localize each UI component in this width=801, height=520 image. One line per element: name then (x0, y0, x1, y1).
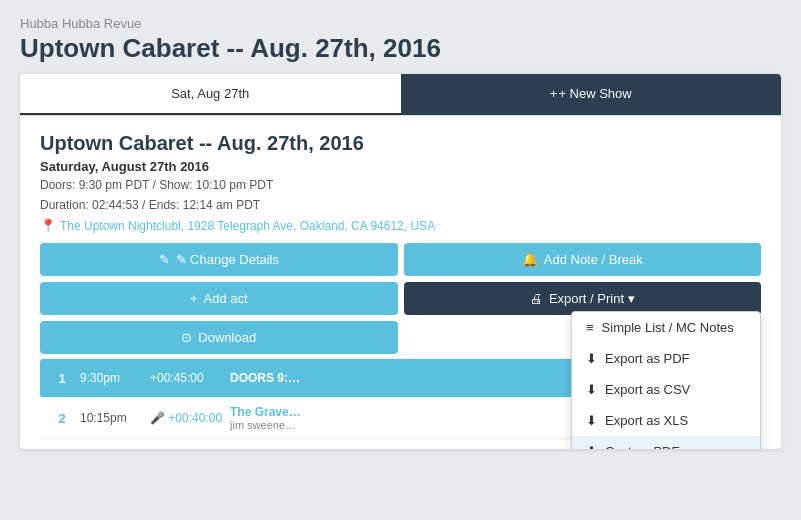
show-date: Saturday, August 27th 2016 (40, 159, 761, 174)
custom-pdf-icon: ⬇ (586, 444, 597, 449)
show-card-title: Uptown Cabaret -- Aug. 27th, 2016 (40, 132, 761, 155)
main-card: Sat, Aug 27th + + New Show Uptown Cabare… (20, 74, 781, 449)
tab-sat-aug27[interactable]: Sat, Aug 27th (20, 74, 401, 115)
row-duration-2: 🎤 +00:40:00 (150, 411, 230, 425)
dropdown-simple-list[interactable]: ≡ Simple List / MC Notes (572, 312, 760, 343)
bell-icon: 🔔 (522, 252, 538, 267)
plus-icon: + (550, 86, 558, 101)
dropdown-export-xls[interactable]: ⬇ Export as XLS (572, 405, 760, 436)
row-time-1: 9:30pm (80, 371, 150, 385)
row-time-2: 10:15pm (80, 411, 150, 425)
export-dropdown-menu: ≡ Simple List / MC Notes ⬇ Export as PDF… (571, 311, 761, 449)
plus-act-icon: + (190, 291, 198, 306)
dropdown-export-pdf[interactable]: ⬇ Export as PDF (572, 343, 760, 374)
pencil-icon: ✎ (159, 252, 170, 267)
location-icon: 📍 (40, 218, 56, 233)
dropdown-custom-pdf[interactable]: ⬇ Custom PDF... (572, 436, 760, 449)
row-num-2: 2 (44, 411, 80, 426)
location-row: 📍 The Uptown Nightclubl, 1928 Telegraph … (40, 218, 761, 233)
row-num-1: 1 (44, 371, 80, 386)
change-details-button[interactable]: ✎ ✎ Change Details (40, 243, 398, 276)
dropdown-export-csv[interactable]: ⬇ Export as CSV (572, 374, 760, 405)
add-act-button[interactable]: + Add act (40, 282, 398, 315)
card-body: Uptown Cabaret -- Aug. 27th, 2016 Saturd… (20, 116, 781, 449)
location-text: The Uptown Nightclubl, 1928 Telegraph Av… (60, 219, 435, 233)
add-note-button[interactable]: 🔔 Add Note / Break (404, 243, 762, 276)
show-title: Uptown Cabaret -- Aug. 27th, 2016 (20, 33, 781, 64)
download-xls-icon: ⬇ (586, 413, 597, 428)
printer-icon: 🖨 (530, 291, 543, 306)
download-icon: ⊙ (181, 330, 192, 345)
action-buttons-grid: ✎ ✎ Change Details 🔔 Add Note / Break + … (40, 243, 761, 315)
show-doors: Doors: 9:30 pm PDT / Show: 10:10 pm PDT (40, 176, 761, 194)
tabs-bar: Sat, Aug 27th + + New Show (20, 74, 781, 116)
download-csv-icon: ⬇ (586, 382, 597, 397)
org-name: Hubba Hubba Revue (20, 16, 781, 31)
download-pdf-icon: ⬇ (586, 351, 597, 366)
show-duration: Duration: 02:44:53 / Ends: 12:14 am PDT (40, 196, 761, 214)
list-icon: ≡ (586, 320, 594, 335)
tab-new-show[interactable]: + + New Show (401, 74, 782, 115)
row-duration-1: +00:45:00 (150, 371, 230, 385)
download-button[interactable]: ⊙ Download (40, 321, 398, 354)
